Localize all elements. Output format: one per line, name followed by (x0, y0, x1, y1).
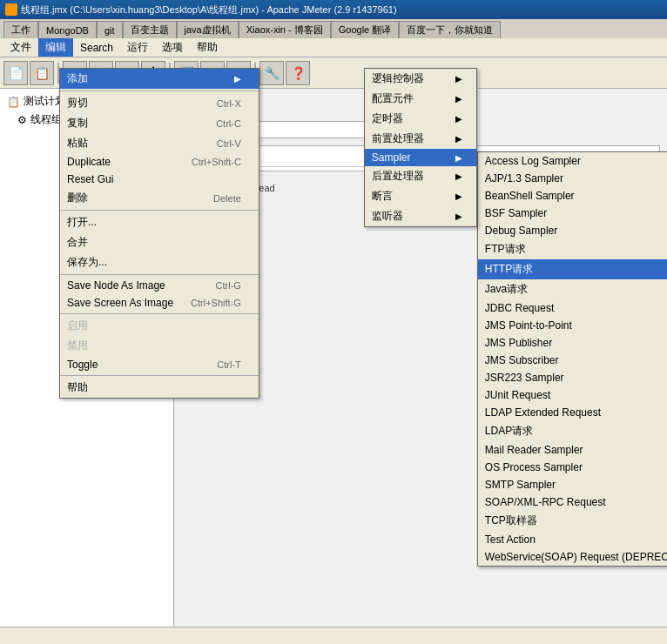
toolbar-new[interactable]: 📄 (3, 61, 28, 85)
toolbar-help[interactable]: ❓ (286, 61, 310, 85)
sep4 (60, 313, 259, 314)
toolbar-templates[interactable]: 📋 (30, 61, 54, 85)
sampler-http[interactable]: HTTP请求 (478, 259, 667, 279)
menu-edit[interactable]: 编辑 (38, 38, 73, 57)
status-bar (0, 627, 667, 644)
sampler-os-process[interactable]: OS Process Sampler (478, 459, 667, 476)
add-pre-processor[interactable]: 前置处理器 ▶ (365, 129, 476, 149)
sampler-java[interactable]: Java请求 (478, 279, 667, 299)
menu-save-as[interactable]: 保存为... (60, 252, 259, 272)
add-listener[interactable]: 监听器 ▶ (365, 206, 476, 226)
sampler-jsr223[interactable]: JSR223 Sampler (478, 369, 667, 386)
menu-duplicate[interactable]: Duplicate Ctrl+Shift-C (60, 153, 259, 171)
menu-help[interactable]: 帮助 (190, 38, 225, 57)
app-icon (5, 3, 17, 16)
add-arrow: ▶ (234, 74, 241, 84)
tab-java[interactable]: java虚拟机 (177, 21, 239, 38)
tab-blog[interactable]: Xiaox-xin - 博客园 (239, 21, 331, 38)
menu-run[interactable]: 运行 (120, 38, 155, 57)
tree-icon-thread: ⚙ (17, 114, 27, 126)
menu-toggle[interactable]: Toggle Ctrl-T (60, 356, 259, 373)
sampler-tcp[interactable]: TCP取样器 (478, 511, 667, 531)
sep1 (60, 91, 259, 91)
sampler-test-action[interactable]: Test Action (478, 531, 667, 548)
sampler-bsf[interactable]: BSF Sampler (478, 205, 667, 222)
sampler-smtp[interactable]: SMTP Sampler (478, 476, 667, 493)
menu-help-item[interactable]: 帮助 (60, 378, 259, 398)
menu-disable: 禁用 (60, 336, 259, 356)
tab-mongodb[interactable]: MongoDB (38, 21, 97, 38)
tab-work[interactable]: 工作 (3, 21, 38, 38)
tab-baidu[interactable]: 百度一下，你就知道 (399, 21, 501, 38)
sampler-mail-reader[interactable]: Mail Reader Sampler (478, 441, 667, 459)
add-assertion[interactable]: 断言 ▶ (365, 186, 476, 206)
tab-git[interactable]: git (97, 21, 123, 38)
menu-bar: 文件 编辑 Search 运行 选项 帮助 (0, 38, 667, 57)
sampler-beanshell[interactable]: BeanShell Sampler (478, 187, 667, 205)
add-timer[interactable]: 定时器 ▶ (365, 109, 476, 129)
tab-theme[interactable]: 百变主题 (123, 21, 177, 38)
menu-paste[interactable]: 粘贴 Ctrl-V (60, 133, 259, 153)
add-config-element[interactable]: 配置元件 ▶ (365, 89, 476, 109)
edit-menu-dropdown: 添加 ▶ 剪切 Ctrl-X 复制 Ctrl-C 粘贴 Ctrl-V Dupli… (59, 68, 259, 399)
add-submenu: 逻辑控制器 ▶ 配置元件 ▶ 定时器 ▶ 前置处理器 ▶ Sampler ▶ 后… (364, 68, 477, 227)
sampler-ldap-extended[interactable]: LDAP Extended Request (478, 404, 667, 421)
menu-open[interactable]: 打开... (60, 212, 259, 232)
tree-label-thread: 线程组 (30, 112, 62, 127)
add-sampler[interactable]: Sampler ▶ (365, 149, 476, 166)
browser-tabs: 工作 MongoDB git 百变主题 java虚拟机 Xiaox-xin - … (0, 19, 667, 38)
sampler-junit[interactable]: JUnit Request (478, 386, 667, 404)
menu-search[interactable]: Search (73, 38, 120, 57)
sampler-access-log[interactable]: Access Log Sampler (478, 152, 667, 170)
tree-icon-root: 📋 (7, 96, 20, 108)
sampler-jms-p2p[interactable]: JMS Point-to-Point (478, 317, 667, 334)
menu-delete[interactable]: 删除 Delete (60, 188, 259, 208)
menu-copy[interactable]: 复制 Ctrl-C (60, 113, 259, 133)
add-post-processor[interactable]: 后置处理器 ▶ (365, 166, 476, 186)
title-text: 线程组.jmx (C:\Users\xin.huang3\Desktop\A\线… (21, 3, 397, 17)
sampler-jdbc[interactable]: JDBC Request (478, 299, 667, 317)
sampler-ftp[interactable]: FTP请求 (478, 239, 667, 259)
title-bar: 线程组.jmx (C:\Users\xin.huang3\Desktop\A\线… (0, 0, 667, 19)
menu-add[interactable]: 添加 ▶ (60, 69, 259, 89)
menu-merge[interactable]: 合并 (60, 232, 259, 252)
sep3 (60, 274, 259, 275)
toolbar-function[interactable]: 🔧 (259, 61, 284, 85)
sampler-submenu: Access Log Sampler AJP/1.3 Sampler BeanS… (477, 151, 667, 567)
sampler-debug[interactable]: Debug Sampler (478, 222, 667, 239)
sep2 (60, 210, 259, 211)
add-logic-controller[interactable]: 逻辑控制器 ▶ (365, 69, 476, 89)
dropdown-container: 添加 ▶ 剪切 Ctrl-X 复制 Ctrl-C 粘贴 Ctrl-V Dupli… (59, 68, 259, 399)
menu-file[interactable]: 文件 (3, 38, 38, 57)
sampler-ldap[interactable]: LDAP请求 (478, 421, 667, 441)
sep5 (60, 375, 259, 376)
tab-translate[interactable]: Google 翻译 (331, 21, 400, 38)
sampler-soap-xml[interactable]: SOAP/XML-RPC Request (478, 493, 667, 511)
sampler-jms-publisher[interactable]: JMS Publisher (478, 334, 667, 352)
menu-save-node[interactable]: Save Node As Image Ctrl-G (60, 277, 259, 294)
sampler-ajp[interactable]: AJP/1.3 Sampler (478, 170, 667, 187)
menu-save-screen[interactable]: Save Screen As Image Ctrl+Shift-G (60, 294, 259, 312)
menu-enable: 启用 (60, 316, 259, 336)
menu-cut[interactable]: 剪切 Ctrl-X (60, 93, 259, 113)
menu-options[interactable]: 选项 (155, 38, 190, 57)
menu-reset-gui[interactable]: Reset Gui (60, 171, 259, 188)
sampler-webservice[interactable]: WebService(SOAP) Request (DEPRECATED) (478, 548, 667, 566)
sampler-jms-subscriber[interactable]: JMS Subscriber (478, 352, 667, 369)
